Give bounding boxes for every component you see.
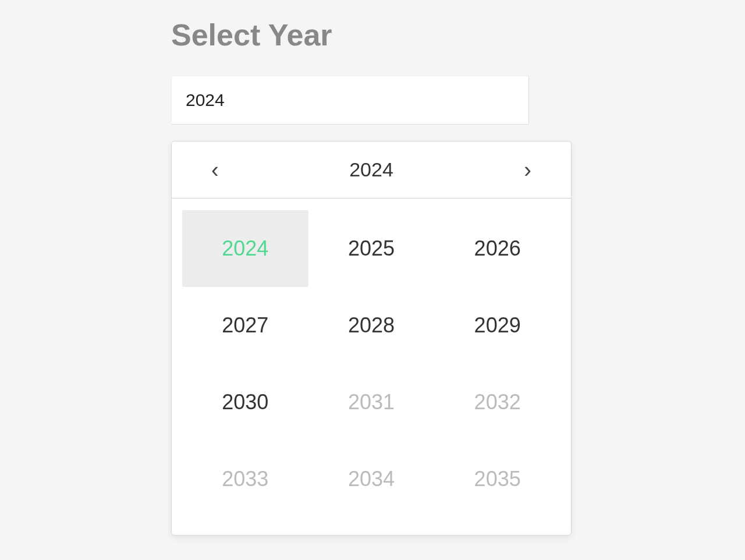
year-cell[interactable]: 2028 <box>308 287 435 364</box>
prev-button[interactable]: ‹ <box>207 154 224 186</box>
year-input[interactable] <box>171 76 529 125</box>
year-picker-panel: ‹ 2024 › 2024 2025 2026 2027 2028 2029 2… <box>171 141 572 536</box>
year-cell[interactable]: 2025 <box>308 210 435 287</box>
year-cell: 2034 <box>308 441 435 518</box>
year-cell[interactable]: 2030 <box>182 364 308 441</box>
year-grid: 2024 2025 2026 2027 2028 2029 2030 2031 … <box>172 199 571 535</box>
header-year-label[interactable]: 2024 <box>349 158 393 181</box>
year-cell[interactable]: 2029 <box>434 287 560 364</box>
year-cell: 2032 <box>434 364 560 441</box>
page-title: Select Year <box>171 17 745 52</box>
chevron-left-icon: ‹ <box>211 158 219 182</box>
year-cell[interactable]: 2024 <box>182 210 308 287</box>
year-cell: 2031 <box>308 364 435 441</box>
year-cell[interactable]: 2026 <box>434 210 560 287</box>
chevron-right-icon: › <box>524 158 531 182</box>
year-cell[interactable]: 2027 <box>182 287 308 364</box>
year-cell: 2033 <box>182 441 308 518</box>
year-cell: 2035 <box>434 441 560 518</box>
next-button[interactable]: › <box>519 154 536 186</box>
picker-header: ‹ 2024 › <box>172 141 571 199</box>
